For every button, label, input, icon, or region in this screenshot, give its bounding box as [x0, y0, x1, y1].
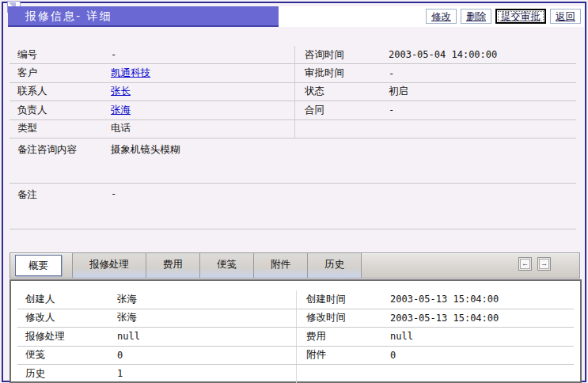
contract-label: 合同 — [305, 104, 389, 117]
remark-value: - — [111, 188, 116, 229]
repair-handling-value: null — [117, 331, 140, 342]
right-arrow-icon: → — [539, 259, 549, 269]
page-title: 报修信息- 详细 — [8, 6, 279, 27]
summary-row: 历史 1 — [17, 365, 574, 383]
consult-time-label: 咨询时间 — [305, 48, 389, 62]
history-count-value: 1 — [117, 368, 123, 379]
submit-approval-button[interactable]: 提交审批 — [495, 9, 546, 24]
left-arrow-icon: ← — [520, 259, 530, 269]
tab-scroll-buttons: ← → — [518, 257, 551, 271]
remark-row: 备注 - — [9, 184, 576, 229]
type-label: 类型 — [9, 122, 111, 135]
modifier-value: 张海 — [117, 311, 137, 324]
tab-note[interactable]: 便笺 — [200, 253, 254, 278]
repair-detail-page: 报修信息- 详细 修改 删除 提交审批 返回 编号 - 咨询时间 2003-05… — [0, 0, 588, 383]
detail-tabbar: 概要 报修处理 费用 便笺 附件 历史 ← → — [9, 252, 580, 279]
create-time-value: 2003-05-13 15:04:00 — [390, 294, 499, 305]
approval-time-value: - — [389, 68, 394, 79]
consult-content-row: 备注咨询内容 摄象机镜头模糊 — [9, 138, 576, 184]
summary-row: 修改人 张海 修改时间 2003-05-13 15:04:00 — [17, 309, 574, 328]
approval-time-label: 审批时间 — [305, 66, 389, 80]
detail-panel: 编号 - 咨询时间 2003-05-04 14:00:00 客户 凯通科技 审批… — [9, 46, 576, 229]
field-row: 类型 电话 — [9, 120, 576, 138]
tab-separator — [62, 253, 73, 278]
fee-value: null — [390, 331, 413, 342]
creator-value: 张海 — [117, 293, 137, 306]
field-row: 负责人 张海 合同 - — [9, 101, 576, 119]
contact-label: 联系人 — [9, 85, 111, 98]
tab-scroll-right-button[interactable]: → — [537, 257, 551, 271]
delete-button[interactable]: 删除 — [461, 9, 491, 24]
number-label: 编号 — [9, 48, 111, 62]
remark-label: 备注 — [9, 188, 111, 229]
field-row: 联系人 张长 状态 初启 — [9, 83, 576, 101]
tab-repair-handling[interactable]: 报修处理 — [73, 253, 146, 278]
contract-value: - — [389, 104, 394, 116]
header-actions: 修改 删除 提交审批 返回 — [426, 9, 581, 24]
attachment-count-label: 附件 — [306, 348, 390, 362]
summary-row: 便笺 0 附件 0 — [17, 347, 574, 366]
summary-row: 创建人 张海 创建时间 2003-05-13 15:04:00 — [17, 290, 574, 309]
tab-fee[interactable]: 费用 — [146, 253, 200, 278]
tab-scroll-left-button[interactable]: ← — [518, 257, 532, 271]
modify-button[interactable]: 修改 — [426, 9, 457, 24]
modify-time-label: 修改时间 — [306, 311, 390, 324]
owner-label: 负责人 — [9, 104, 111, 117]
summary-row: 报修处理 null 费用 null — [17, 328, 574, 347]
fee-label: 费用 — [306, 330, 390, 343]
status-value: 初启 — [389, 85, 408, 98]
owner-link[interactable]: 张海 — [111, 104, 131, 117]
field-row: 编号 - 咨询时间 2003-05-04 14:00:00 — [9, 46, 576, 64]
contact-link[interactable]: 张长 — [111, 85, 131, 98]
back-button[interactable]: 返回 — [550, 9, 581, 24]
type-value: 电话 — [111, 122, 131, 135]
consult-content-label: 备注咨询内容 — [9, 143, 111, 183]
customer-label: 客户 — [9, 66, 111, 80]
consult-time-value: 2003-05-04 14:00:00 — [389, 49, 497, 60]
tab-attachment[interactable]: 附件 — [254, 253, 308, 278]
modify-time-value: 2003-05-13 15:04:00 — [390, 313, 499, 324]
creator-label: 创建人 — [17, 293, 117, 306]
customer-link[interactable]: 凯通科技 — [111, 66, 150, 80]
tab-summary[interactable]: 概要 — [15, 255, 62, 276]
note-count-value: 0 — [117, 350, 123, 361]
summary-panel: 创建人 张海 创建时间 2003-05-13 15:04:00 修改人 张海 修… — [9, 279, 582, 383]
modifier-label: 修改人 — [17, 311, 117, 324]
number-value: - — [111, 49, 116, 60]
tab-history[interactable]: 历史 — [308, 253, 362, 278]
attachment-count-value: 0 — [390, 350, 396, 361]
history-count-label: 历史 — [17, 367, 117, 381]
status-label: 状态 — [305, 85, 389, 98]
note-count-label: 便笺 — [17, 348, 117, 362]
create-time-label: 创建时间 — [306, 293, 390, 306]
field-row: 客户 凯通科技 审批时间 - — [9, 64, 576, 82]
repair-handling-label: 报修处理 — [17, 330, 117, 343]
consult-content-value: 摄象机镜头模糊 — [111, 143, 180, 183]
